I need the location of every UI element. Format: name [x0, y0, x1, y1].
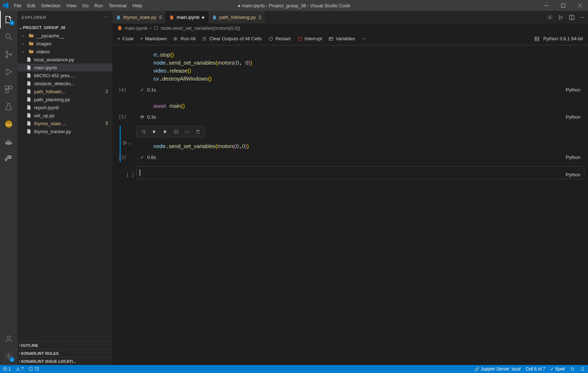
check-icon: ✓	[140, 155, 144, 160]
breadcrumb-file[interactable]: main.ipynb	[125, 25, 148, 31]
delete-cell-icon[interactable]	[194, 128, 202, 136]
exec-time: 0.3s	[147, 114, 156, 120]
breadcrumb-symbol[interactable]: node.send_set_variables(motors(0,0))	[161, 25, 240, 31]
menu-edit[interactable]: Edit	[24, 3, 38, 8]
file-item[interactable]: ›videos	[17, 48, 112, 56]
section-header[interactable]: ›SONARLINT RULES	[17, 349, 112, 357]
sidebar-title: EXPLORER	[22, 15, 46, 20]
execute-above-icon[interactable]	[161, 128, 169, 136]
close-button[interactable]	[571, 0, 588, 11]
tab-bar: thymio_state.py5main.ipynb●path_followin…	[112, 11, 588, 24]
maximize-button[interactable]	[555, 0, 571, 11]
status-cell[interactable]: Cell 6 of 7	[526, 366, 545, 372]
status-info[interactable]: ⓘ 72	[29, 366, 39, 372]
section-header[interactable]: ›OUTLINE	[17, 341, 112, 349]
cell-editor[interactable]: rt.stop() node.send_set_variables(motors…	[137, 48, 584, 86]
file-item[interactable]: local_avoidance.py	[17, 56, 112, 63]
status-bell-icon[interactable]	[580, 366, 585, 372]
file-item[interactable]: thymio_tracker.py	[17, 127, 112, 135]
file-icon	[117, 25, 123, 30]
run-debug-icon[interactable]	[0, 63, 17, 81]
menu-view[interactable]: View	[63, 3, 79, 8]
cell-more-icon[interactable]: ⋯	[183, 128, 191, 136]
notebook-cell[interactable]: [ ]Python	[116, 166, 584, 179]
file-icon	[26, 81, 32, 86]
menu-selection[interactable]: Selection	[38, 3, 63, 8]
cell-language[interactable]: Python	[566, 155, 580, 160]
cell-editor[interactable]: Python	[136, 166, 584, 179]
clear-outputs-button[interactable]: Clear Outputs of All Cells	[202, 36, 262, 41]
status-feedback-icon[interactable]	[570, 366, 575, 372]
activity-bar: 1 Json 1	[0, 11, 17, 365]
split-icon[interactable]	[569, 15, 575, 20]
add-markdown-button[interactable]: +Markdown	[140, 36, 167, 41]
split-cell-icon[interactable]	[172, 128, 180, 136]
menu-file[interactable]: File	[11, 3, 24, 8]
execute-cell-icon[interactable]	[150, 128, 158, 136]
status-spell[interactable]: ✓ Spell	[550, 366, 565, 372]
notebook-body[interactable]: rt.stop() node.send_set_variables(motors…	[112, 45, 588, 365]
file-item[interactable]: report.ipynb	[17, 103, 112, 111]
vscode-logo	[0, 0, 11, 11]
run-icon[interactable]	[558, 15, 564, 20]
tab[interactable]: path_following.py2	[208, 11, 265, 24]
editor-area: thymio_state.py5main.ipynb●path_followin…	[112, 11, 588, 365]
notebook-cell[interactable]: await main() [5]⟳0.3sPython	[116, 99, 584, 122]
toolbar-more-icon[interactable]: ⋯	[362, 36, 367, 41]
json-icon[interactable]: Json	[0, 115, 17, 133]
breadcrumb[interactable]: main.ipynb › node.send_set_variables(mot…	[112, 24, 588, 32]
project-header[interactable]: ⌄ PROJECT_GROUP_38	[17, 24, 112, 32]
cell-editor[interactable]: await main()	[137, 99, 584, 113]
notebook-cell[interactable]: ⋯⌄ node.send_set_variables(motors(0,0)) …	[116, 126, 584, 162]
file-item[interactable]: MICRO-452 pres....	[17, 71, 112, 79]
file-icon	[26, 97, 32, 102]
docker-icon[interactable]	[0, 133, 17, 150]
run-cell-gutter[interactable]: ⌄	[123, 140, 131, 145]
file-icon	[26, 112, 32, 118]
restart-button[interactable]: Restart	[268, 36, 291, 41]
notebook-cell[interactable]: rt.stop() node.send_set_variables(motors…	[116, 48, 584, 94]
menu-run[interactable]: Run	[91, 3, 106, 8]
explorer-icon[interactable]: 1	[0, 11, 17, 28]
server-icon	[534, 36, 540, 42]
status-warnings[interactable]: ⚠ 7	[16, 366, 24, 372]
add-code-button[interactable]: +Code	[117, 36, 134, 41]
cell-language[interactable]: Python	[566, 87, 580, 93]
settings-icon[interactable]: 1	[0, 348, 17, 365]
account-icon[interactable]	[0, 330, 17, 348]
file-icon	[26, 120, 32, 126]
menu-help[interactable]: Help	[129, 3, 145, 8]
status-jupyter[interactable]: 🔗 Jupyter Server: local	[474, 366, 521, 372]
source-control-icon[interactable]	[0, 46, 17, 63]
cell-language[interactable]: Python	[566, 114, 580, 120]
interrupt-button[interactable]: Interrupt	[297, 36, 322, 41]
search-icon[interactable]	[0, 28, 17, 46]
tab-settings-icon[interactable]	[547, 15, 553, 20]
cell-editor[interactable]: node.send_set_variables(motors(0,0))	[137, 139, 584, 153]
run-by-line-icon[interactable]	[140, 128, 148, 136]
file-item[interactable]: thymio_state....5	[17, 119, 112, 127]
variables-button[interactable]: Variables	[328, 36, 355, 41]
section-header[interactable]: ›SONARLINT ISSUE LOCATI...	[17, 357, 112, 365]
sidebar-more-icon[interactable]: ⋯	[104, 15, 108, 20]
file-item[interactable]: ›__pycache__	[17, 32, 112, 40]
kernel-selector[interactable]: Python 3.9.1 64-bit	[543, 36, 583, 41]
menu-go[interactable]: Go	[79, 3, 91, 8]
file-item[interactable]: path_planning.py	[17, 95, 112, 103]
tab[interactable]: main.ipynb●	[166, 11, 208, 24]
testing-icon[interactable]	[0, 98, 17, 115]
menu-terminal[interactable]: Terminal	[106, 3, 129, 8]
python-icon[interactable]	[0, 150, 17, 168]
file-item[interactable]: path_followin...2	[17, 87, 112, 95]
tab[interactable]: thymio_state.py5	[112, 11, 166, 24]
file-item[interactable]: obstacle_detectio...	[17, 79, 112, 87]
status-errors[interactable]: ⓧ 1	[3, 366, 11, 372]
extensions-icon[interactable]	[0, 81, 17, 98]
tab-more-icon[interactable]: ⋯	[580, 15, 584, 20]
file-item[interactable]: ›images	[17, 40, 112, 48]
cell-language[interactable]: Python	[562, 171, 584, 179]
run-all-button[interactable]: Run All	[173, 36, 195, 41]
file-item[interactable]: main.ipynb	[17, 63, 112, 71]
minimize-button[interactable]	[538, 0, 555, 11]
file-item[interactable]: set_up.py	[17, 111, 112, 119]
